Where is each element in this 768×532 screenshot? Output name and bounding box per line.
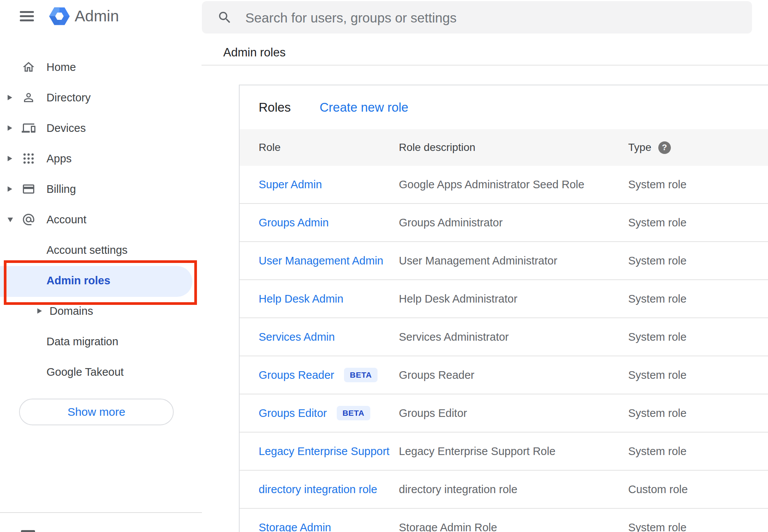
sidebar-item-label: Google Takeout [46, 357, 124, 387]
sidebar-item-directory[interactable]: Directory [0, 82, 202, 113]
sidebar-item-devices[interactable]: Devices [0, 113, 202, 143]
card-title-row: Roles Create new role [240, 85, 768, 129]
role-link[interactable]: Services Admin [259, 318, 335, 356]
role-type: System role [628, 166, 686, 203]
role-description: Storage Admin Role [399, 509, 497, 532]
column-header-role-description: Role description [399, 129, 475, 166]
role-description: Help Desk Administrator [399, 280, 517, 317]
apps-icon [22, 152, 35, 165]
red-annotation-box [4, 260, 197, 305]
role-type: System role [628, 394, 686, 432]
app-title: Admin [75, 7, 119, 25]
chevron-right-icon [8, 156, 12, 161]
sidebar-item-google-takeout[interactable]: Google Takeout [0, 357, 202, 387]
roles-card: Roles Create new role Role Role descript… [239, 85, 768, 532]
role-type: System role [628, 433, 686, 470]
chevron-right-icon [8, 95, 12, 100]
table-row: Groups ReaderBETAGroups ReaderSystem rol… [240, 356, 768, 394]
home-icon [22, 60, 35, 74]
role-type: System role [628, 242, 686, 279]
sidebar-item-label: Apps [46, 143, 72, 174]
account-icon [22, 213, 35, 226]
role-link[interactable]: Super Admin [259, 166, 322, 203]
beta-badge: BETA [337, 406, 370, 420]
breadcrumb: Admin roles [223, 46, 286, 59]
table-row: Super AdminGoogle Apps Administrator See… [240, 166, 768, 203]
table-row: User Management AdminUser Management Adm… [240, 241, 768, 279]
sidebar-item-account[interactable]: Account [0, 204, 202, 235]
role-type: System role [628, 509, 686, 532]
sidebar-bottom-divider [0, 512, 202, 513]
role-link[interactable]: User Management Admin [259, 242, 383, 279]
role-description: Google Apps Administrator Seed Role [399, 166, 584, 203]
admin-console-screen: Admin HomeDirectoryDevicesAppsBillingAcc… [0, 0, 768, 532]
role-link[interactable]: Help Desk Admin [259, 280, 343, 317]
search-icon [217, 10, 232, 25]
table-body: Super AdminGoogle Apps Administrator See… [240, 166, 768, 532]
table-header-row: Role Role description Type ? [240, 129, 768, 166]
search-bar[interactable] [202, 1, 752, 34]
role-description: User Management Administrator [399, 242, 557, 279]
devices-icon [22, 121, 35, 135]
role-type: System role [628, 280, 686, 317]
table-row: Help Desk AdminHelp Desk AdministratorSy… [240, 279, 768, 317]
role-description: Groups Editor [399, 394, 467, 432]
table-row: Groups AdminGroups AdministratorSystem r… [240, 203, 768, 241]
sidebar: Admin HomeDirectoryDevicesAppsBillingAcc… [0, 0, 202, 532]
table-row: Legacy Enterprise SupportLegacy Enterpri… [240, 432, 768, 470]
role-link[interactable]: Groups Admin [259, 204, 329, 241]
sidebar-item-label: Home [46, 52, 76, 82]
chevron-right-icon [8, 125, 12, 131]
role-description: Groups Reader [399, 356, 474, 394]
sidebar-item-data-migration[interactable]: Data migration [0, 326, 202, 357]
role-type: System role [628, 356, 686, 394]
beta-badge: BETA [344, 368, 378, 382]
sidebar-item-apps[interactable]: Apps [0, 143, 202, 174]
role-type: System role [628, 318, 686, 356]
column-header-type: Type ? [628, 129, 671, 166]
role-description: directory integration role [399, 471, 517, 508]
table-row: Storage AdminStorage Admin RoleSystem ro… [240, 508, 768, 532]
show-more-button[interactable]: Show more [19, 399, 174, 425]
breadcrumb-divider [202, 65, 768, 66]
sidebar-item-label: Devices [46, 113, 86, 143]
sidebar-item-label: Directory [46, 82, 91, 113]
role-link[interactable]: Storage Admin [259, 509, 331, 532]
column-header-role: Role [259, 129, 281, 166]
role-description: Legacy Enterprise Support Role [399, 433, 555, 470]
cutoff-section-icon [21, 530, 35, 532]
create-new-role-link[interactable]: Create new role [320, 85, 408, 129]
sidebar-item-home[interactable]: Home [0, 52, 202, 82]
table-row: Groups EditorBETAGroups EditorSystem rol… [240, 394, 768, 432]
card-title: Roles [259, 85, 291, 129]
hamburger-menu-icon[interactable] [18, 8, 36, 25]
role-description: Groups Administrator [399, 204, 502, 241]
table-row: Services AdminServices AdministratorSyst… [240, 317, 768, 356]
role-type: Custom role [628, 471, 688, 508]
help-icon[interactable]: ? [658, 141, 671, 154]
role-link[interactable]: Groups ReaderBETA [259, 356, 378, 394]
chevron-right-icon [37, 308, 42, 314]
role-link[interactable]: Legacy Enterprise Support [259, 433, 389, 470]
role-link[interactable]: Groups EditorBETA [259, 394, 370, 432]
sidebar-item-label: Account [46, 204, 86, 235]
search-input[interactable] [245, 1, 741, 34]
sidebar-item-billing[interactable]: Billing [0, 174, 202, 204]
role-link[interactable]: directory integration role [259, 471, 377, 508]
directory-icon [22, 91, 35, 104]
chevron-down-icon [8, 218, 13, 222]
admin-logo-icon [49, 5, 70, 27]
billing-icon [22, 182, 35, 196]
role-type: System role [628, 204, 686, 241]
sidebar-item-label: Data migration [46, 326, 118, 357]
sidebar-item-label: Billing [46, 174, 76, 204]
table-row: directory integration roledirectory inte… [240, 470, 768, 508]
chevron-right-icon [8, 186, 12, 192]
role-description: Services Administrator [399, 318, 509, 356]
